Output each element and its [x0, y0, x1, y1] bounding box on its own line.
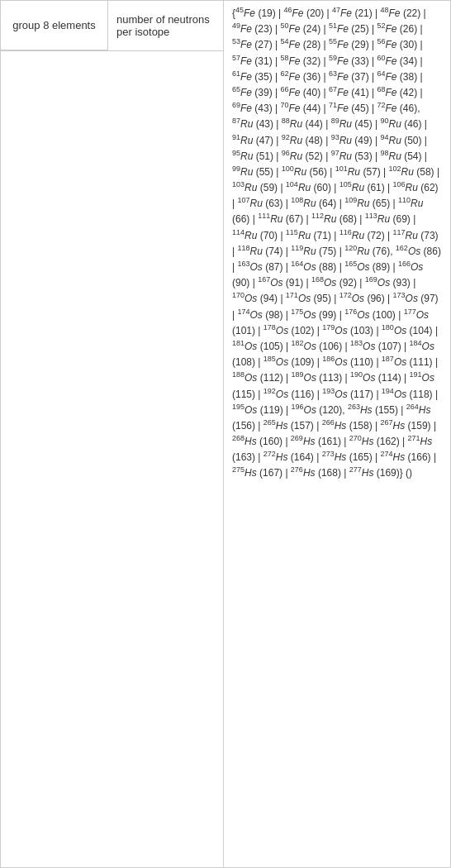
isotope-list: {45Fe (19) | 46Fe (20) | 47Fe (21) | 48F…	[224, 1, 450, 867]
header-row: group 8 elements number of neutrons per …	[1, 1, 223, 51]
group-label: group 8 elements	[1, 1, 108, 50]
neutrons-label: number of neutrons per isotope	[108, 1, 223, 50]
left-panel: group 8 elements number of neutrons per …	[1, 1, 224, 867]
main-container: group 8 elements number of neutrons per …	[0, 0, 451, 868]
